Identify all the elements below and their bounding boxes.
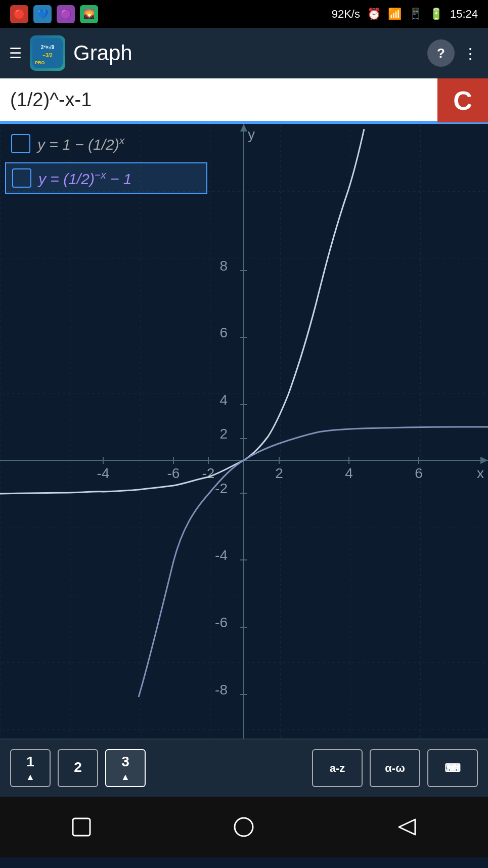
clock-icon: ⏰: [367, 8, 381, 21]
equation-checkbox-2[interactable]: [12, 168, 31, 188]
svg-text:-2: -2: [215, 481, 228, 496]
nav-home-button[interactable]: [229, 812, 259, 842]
svg-text:−3/2: −3/2: [42, 53, 53, 58]
android-nav-bar: [0, 797, 488, 857]
svg-text:4: 4: [345, 465, 353, 481]
time-display: 15:24: [450, 8, 478, 21]
network-speed: 92K/s: [332, 8, 360, 21]
alpha-omega-button[interactable]: α-ω: [370, 749, 420, 787]
graph-svg: -6 -4 -2 2 4 6 x 8 6 4 2 -2 -4 -6 -8 y: [0, 124, 488, 797]
svg-text:-6: -6: [215, 615, 228, 630]
nav-back-button[interactable]: [391, 812, 422, 842]
tab-2-button[interactable]: 2: [58, 749, 98, 787]
app-icon-2: 💙: [33, 5, 52, 23]
keyboard-button[interactable]: ⌨: [427, 749, 478, 787]
svg-text:PRO: PRO: [35, 60, 45, 65]
svg-text:8: 8: [219, 258, 228, 274]
app-logo: 2ˣ×√9 −3/2 PRO: [30, 35, 65, 71]
svg-text:4: 4: [219, 392, 228, 408]
tab-3-button[interactable]: 3 ▲: [105, 749, 146, 787]
equations-panel: y = 1 − (1/2)x y = (1/2)−x − 1: [5, 129, 207, 198]
svg-text:2ˣ×√9: 2ˣ×√9: [41, 45, 55, 50]
svg-text:6: 6: [415, 465, 423, 481]
status-bar: 🔴 💙 🟣 🌄 92K/s ⏰ 📶 📱 🔋 15:24: [0, 0, 488, 28]
svg-text:-6: -6: [167, 465, 180, 481]
wifi-icon: 📶: [388, 8, 402, 21]
svg-rect-40: [73, 818, 90, 836]
clear-button[interactable]: C: [437, 78, 488, 122]
svg-point-41: [235, 818, 253, 836]
app-header: ☰ 2ˣ×√9 −3/2 PRO Graph ? ⋮: [0, 28, 488, 78]
svg-text:2: 2: [275, 465, 283, 481]
svg-marker-42: [399, 819, 415, 835]
app-icon-4: 🌄: [80, 5, 98, 23]
formula-input[interactable]: [0, 78, 437, 122]
battery-icon: 🔋: [429, 8, 443, 21]
status-icons: 🔴 💙 🟣 🌄: [10, 5, 98, 23]
az-button[interactable]: a-z: [312, 749, 363, 787]
svg-text:y: y: [248, 126, 255, 142]
svg-text:2: 2: [219, 426, 228, 442]
equation-formula-2: y = (1/2)−x − 1: [38, 169, 132, 188]
help-button[interactable]: ?: [427, 39, 455, 67]
equation-row-2[interactable]: y = (1/2)−x − 1: [5, 162, 207, 194]
tab-1-button[interactable]: 1 ▲: [10, 749, 51, 787]
equation-formula-1: y = 1 − (1/2)x: [37, 135, 124, 153]
app-icon-1: 🔴: [10, 5, 28, 23]
graph-area[interactable]: -6 -4 -2 2 4 6 x 8 6 4 2 -2 -4 -6 -8 y: [0, 124, 488, 797]
equation-row-1[interactable]: y = 1 − (1/2)x: [5, 129, 207, 158]
signal-icon: 📱: [409, 8, 422, 21]
svg-text:x: x: [477, 465, 484, 481]
equation-checkbox-1[interactable]: [11, 134, 30, 153]
svg-text:6: 6: [219, 325, 228, 340]
app-icon-3: 🟣: [57, 5, 75, 23]
svg-text:-4: -4: [97, 465, 110, 481]
svg-text:-4: -4: [215, 547, 228, 563]
nav-square-button[interactable]: [66, 812, 97, 842]
more-menu-button[interactable]: ⋮: [463, 45, 479, 62]
hamburger-menu[interactable]: ☰: [9, 45, 22, 62]
app-title: Graph: [73, 41, 419, 65]
svg-text:-8: -8: [215, 682, 228, 698]
input-bar: C: [0, 78, 488, 124]
bottom-toolbar: 1 ▲ 2 3 ▲ a-z α-ω ⌨: [0, 739, 488, 797]
